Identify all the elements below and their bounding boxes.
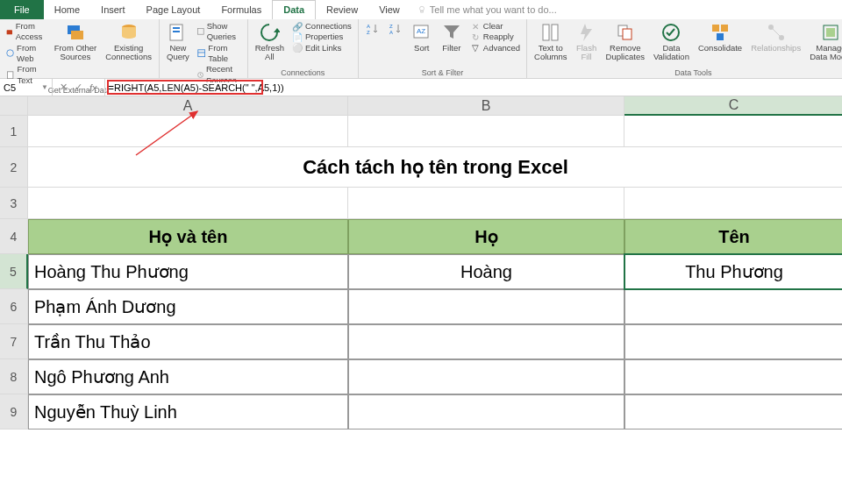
svg-point-0 (419, 6, 424, 11)
svg-rect-12 (198, 50, 205, 57)
svg-text:A: A (389, 30, 393, 35)
row-header[interactable]: 7 (0, 324, 28, 359)
svg-rect-33 (826, 28, 835, 37)
relationships-button: Relationships (749, 21, 803, 53)
svg-rect-9 (173, 27, 180, 29)
cell[interactable]: Nguyễn Thuỳ Linh (28, 394, 348, 429)
edit-links-button: ⚪Edit Links (291, 43, 353, 53)
tab-home[interactable]: Home (44, 0, 90, 19)
from-other-sources-button[interactable]: From Other Sources (53, 21, 99, 62)
advanced-icon: ▽ (470, 43, 481, 53)
tab-view[interactable]: View (368, 0, 410, 19)
row-header[interactable]: 2 (0, 147, 28, 188)
svg-text:Z: Z (367, 30, 370, 35)
row-header[interactable]: 8 (0, 359, 28, 394)
existing-conn-icon (118, 22, 139, 43)
tab-insert[interactable]: Insert (90, 0, 136, 19)
row-header[interactable]: 1 (0, 116, 28, 147)
cell[interactable]: Ngô Phương Anh (28, 359, 348, 394)
text-to-columns-button[interactable]: Text to Columns (532, 21, 569, 62)
fx-icon[interactable]: fx (89, 82, 97, 93)
name-box[interactable]: C5 ▼ (0, 79, 53, 96)
manage-data-model-button[interactable]: Manage Data Model (808, 21, 842, 62)
row-header[interactable]: 3 (0, 188, 28, 219)
name-box-value: C5 (4, 82, 16, 93)
title-cell[interactable]: Cách tách họ tên trong Excel (28, 147, 842, 188)
select-all-corner[interactable] (0, 96, 28, 116)
tab-page-layout[interactable]: Page Layout (136, 0, 211, 19)
sort-asc-icon: AZ (366, 22, 380, 36)
filter-button[interactable]: Filter (439, 21, 464, 53)
sort-asc-button[interactable]: AZ (364, 21, 382, 37)
spreadsheet-grid[interactable]: A B C 1 2 Cách tách họ tên trong Excel 3… (0, 96, 842, 429)
from-table-button[interactable]: From Table (196, 43, 242, 65)
row-header[interactable]: 5 (0, 254, 28, 289)
cell[interactable] (348, 324, 624, 359)
tell-me[interactable]: Tell me what you want to do... (410, 0, 564, 19)
cell[interactable]: Trần Thu Thảo (28, 324, 348, 359)
cell[interactable]: Hoàng (348, 254, 624, 289)
fx-controls: ✕ ✓ fx (53, 79, 105, 96)
col-header-c[interactable]: C (624, 96, 842, 116)
cell[interactable] (624, 289, 842, 324)
cell[interactable] (28, 188, 348, 219)
tab-review[interactable]: Review (316, 0, 368, 19)
connections-button[interactable]: 🔗Connections (291, 21, 353, 32)
from-access-button[interactable]: From Access (5, 21, 47, 43)
properties-icon: 📄 (292, 32, 303, 43)
tab-data[interactable]: Data (272, 0, 316, 19)
svg-line-31 (773, 29, 780, 36)
formula-bar: C5 ▼ ✕ ✓ fx (0, 79, 842, 96)
sort-button[interactable]: AZ Sort (410, 21, 434, 53)
svg-rect-22 (552, 25, 558, 40)
enter-icon[interactable]: ✓ (75, 82, 82, 93)
from-web-button[interactable]: From Web (5, 43, 47, 65)
svg-text:Z: Z (389, 24, 393, 29)
advanced-filter-button[interactable]: ▽Advanced (469, 43, 521, 53)
cell[interactable]: Phạm Ánh Dương (28, 289, 348, 324)
cell[interactable] (348, 394, 624, 429)
row-header[interactable]: 6 (0, 289, 28, 324)
consolidate-button[interactable]: Consolidate (696, 21, 744, 53)
remove-duplicates-button[interactable]: Remove Duplicates (604, 21, 646, 62)
properties-button: 📄Properties (291, 32, 353, 42)
ribbon: From Access From Web From Text From Othe… (0, 19, 842, 79)
row-header[interactable]: 9 (0, 394, 28, 429)
dup-icon (615, 22, 636, 43)
table-header[interactable]: Họ và tên (28, 219, 348, 254)
cell[interactable] (348, 289, 624, 324)
sort-desc-icon: ZA (389, 22, 403, 36)
cell[interactable] (348, 116, 624, 147)
cell[interactable] (624, 116, 842, 147)
cell[interactable] (624, 188, 842, 219)
model-icon (820, 22, 841, 43)
table-header[interactable]: Tên (624, 219, 842, 254)
cell[interactable] (624, 324, 842, 359)
cell[interactable]: Hoàng Thu Phương (28, 254, 348, 289)
cancel-icon[interactable]: ✕ (60, 82, 68, 93)
existing-connections-button[interactable]: Existing Connections (103, 21, 153, 62)
sort-icon: AZ (411, 22, 432, 43)
sort-desc-button[interactable]: ZA (387, 21, 404, 37)
svg-rect-11 (198, 29, 204, 35)
refresh-icon (259, 22, 280, 43)
cell[interactable] (28, 116, 348, 147)
row-header[interactable]: 4 (0, 219, 28, 254)
cell[interactable] (624, 394, 842, 429)
col-header-a[interactable]: A (28, 96, 348, 116)
new-query-button[interactable]: New Query (165, 21, 191, 62)
refresh-all-button[interactable]: Refresh All (253, 21, 286, 62)
formula-input[interactable] (109, 82, 838, 93)
cell[interactable] (348, 359, 624, 394)
table-header[interactable]: Họ (348, 219, 624, 254)
cell[interactable] (624, 359, 842, 394)
active-cell[interactable]: Thu Phương (624, 254, 842, 289)
cell[interactable] (348, 188, 624, 219)
tab-file[interactable]: File (0, 0, 44, 19)
svg-text:AZ: AZ (417, 27, 425, 35)
col-header-b[interactable]: B (348, 96, 624, 116)
tab-formulas[interactable]: Formulas (210, 0, 272, 19)
show-queries-button[interactable]: Show Queries (196, 21, 242, 43)
data-validation-button[interactable]: Data Validation (652, 21, 691, 62)
chevron-down-icon[interactable]: ▼ (41, 83, 48, 91)
